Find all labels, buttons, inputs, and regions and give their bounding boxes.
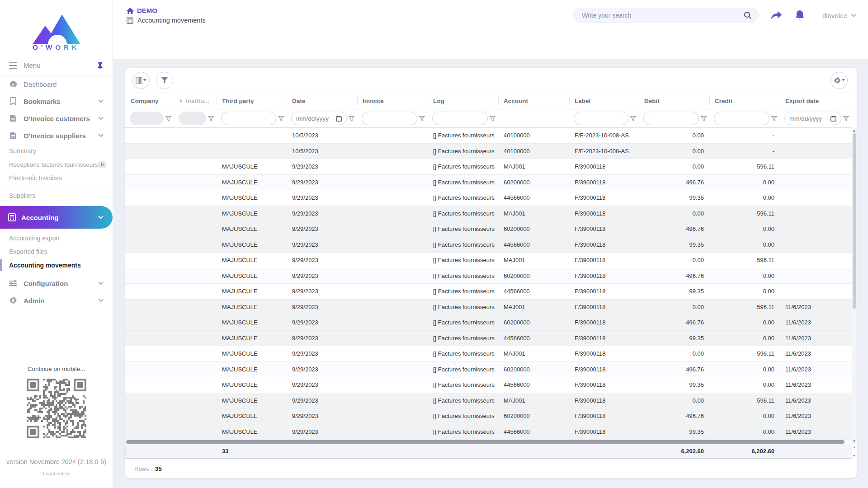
column-header-label[interactable]: Label	[569, 93, 639, 109]
filter-funnel-icon[interactable]	[349, 116, 354, 122]
filter-funnel-icon[interactable]	[630, 116, 636, 122]
column-header-institution[interactable]: Institu...	[174, 93, 217, 109]
filter-funnel-icon[interactable]	[771, 116, 777, 122]
sidebar-item-suppliers[interactable]: Suppliers	[0, 189, 113, 202]
notifications-bell-icon[interactable]	[794, 9, 805, 21]
table-row[interactable]: MAJUSCULE9/29/2023[] Factures fournisseu…	[125, 393, 852, 409]
column-header-third_party[interactable]: Third party	[217, 93, 287, 109]
filter-input-label[interactable]	[579, 115, 623, 122]
pin-icon[interactable]	[97, 62, 104, 69]
cell-label: F/39000118	[569, 221, 639, 237]
filter-funnel-icon[interactable]	[701, 116, 707, 122]
filter-funnel-icon[interactable]	[208, 116, 214, 122]
scroll-down-arrow[interactable]: ▼	[852, 439, 857, 444]
column-header-account[interactable]: Account	[498, 93, 569, 109]
filter-funnel-icon[interactable]	[843, 116, 849, 122]
filter-funnel-icon[interactable]	[165, 116, 171, 122]
sidebar-item-accounting[interactable]: Accounting	[0, 206, 113, 229]
cell-debit: 99.35	[639, 331, 709, 346]
column-header-date[interactable]: Date	[287, 93, 357, 109]
sidebar-item-accounting-movements[interactable]: Accounting movements	[0, 258, 113, 272]
table-row[interactable]: MAJUSCULE9/29/2023[] Factures fournisseu…	[125, 221, 852, 237]
table-row[interactable]: MAJUSCULE9/29/2023[] Factures fournisseu…	[125, 300, 852, 315]
sidebar-item-bookmarks[interactable]: Bookmarks	[0, 93, 113, 110]
column-header-log[interactable]: Log	[428, 93, 498, 109]
table-row[interactable]: MAJUSCULE9/29/2023[] Factures fournisseu…	[125, 237, 852, 253]
sidebar-item-electronic-invoices[interactable]: Electronic Invoices	[0, 171, 113, 185]
scroll-up-arrow[interactable]: ▲	[852, 128, 857, 133]
topbar: DEMO Accounting movements	[113, 0, 868, 59]
column-header-invoice[interactable]: Invoice	[357, 93, 428, 109]
table-filter-row: mm/dd/yyyymm/dd/yyyy	[125, 109, 852, 128]
table-row[interactable]: 10/5/2023[] Factures fournisseurs4010000…	[125, 144, 852, 160]
filter-date-export_date[interactable]: mm/dd/yyyy	[784, 112, 841, 125]
filter-input-third_party[interactable]	[226, 115, 271, 122]
share-icon[interactable]	[770, 10, 783, 21]
cell-label: F/39000118	[569, 268, 639, 284]
sidebar-item-summary[interactable]: Summary	[0, 144, 113, 158]
table-row[interactable]: MAJUSCULE9/29/2023[] Factures fournisseu…	[125, 253, 852, 268]
table-row[interactable]: MAJUSCULE9/29/2023[] Factures fournisseu…	[125, 315, 852, 331]
filter-input-invoice[interactable]	[367, 115, 412, 122]
table-row[interactable]: MAJUSCULE9/29/2023[] Factures fournisseu…	[125, 346, 852, 362]
table-row[interactable]: MAJUSCULE9/29/2023[] Factures fournisseu…	[125, 331, 852, 347]
table-row[interactable]: MAJUSCULE9/29/2023[] Factures fournisseu…	[125, 206, 852, 222]
totals-scroll-arrows[interactable]: ▲▼	[852, 444, 857, 459]
table-row[interactable]: MAJUSCULE9/29/2023[] Factures fournisseu…	[125, 377, 852, 393]
expand-column-icon[interactable]	[179, 99, 183, 103]
horizontal-scrollbar[interactable]	[125, 440, 852, 444]
sidebar-item-accounting-export[interactable]: Accounting export	[0, 231, 113, 245]
legal-notice-link[interactable]: Legal notice	[43, 471, 70, 476]
cell-third_party: MAJUSCULE	[217, 346, 287, 361]
filter-input-log[interactable]	[437, 115, 483, 122]
cell-debit: 0.00	[639, 393, 709, 408]
column-header-debit[interactable]: Debit	[639, 93, 709, 109]
columns-button[interactable]	[132, 72, 150, 89]
sidebar-item-oinvoice-customers[interactable]: O'Invoice customers	[0, 110, 113, 127]
table-row[interactable]: MAJUSCULE9/29/2023[] Factures fournisseu…	[125, 362, 852, 378]
scrollbar-thumb[interactable]	[853, 133, 856, 309]
search-icon[interactable]	[744, 11, 752, 19]
table-row[interactable]: MAJUSCULE9/29/2023[] Factures fournisseu…	[125, 190, 852, 206]
filter-date-date[interactable]: mm/dd/yyyy	[291, 112, 347, 125]
hamburger-icon[interactable]	[9, 62, 17, 69]
calendar-icon[interactable]	[336, 116, 342, 122]
sidebar-item-configuration[interactable]: Configuration	[0, 275, 113, 292]
home-icon[interactable]	[127, 8, 134, 14]
user-menu[interactable]: dinvoice	[822, 12, 856, 19]
column-header-credit[interactable]: Credit	[709, 93, 780, 109]
filter-input-debit[interactable]	[648, 115, 694, 122]
cell-account: 44566000	[498, 190, 569, 206]
table-row[interactable]: MAJUSCULE9/29/2023[] Factures fournisseu…	[125, 284, 852, 300]
search-input[interactable]	[582, 12, 744, 19]
sidebar-item-dashboard[interactable]: Dashboard	[0, 75, 113, 93]
cell-institution	[174, 175, 217, 190]
cell-log: [] Factures fournisseurs	[428, 393, 498, 408]
column-header-export_date[interactable]: Export date	[780, 93, 852, 109]
calendar-icon[interactable]	[830, 116, 836, 122]
table-row[interactable]: MAJUSCULE9/29/2023[] Factures fournisseu…	[125, 268, 852, 284]
sidebar-item-exported-files[interactable]: Exported files	[0, 245, 113, 258]
app-root: O'WORK Menu Dashboard Bookmarks	[0, 0, 868, 488]
cell-company	[125, 253, 174, 268]
vertical-scrollbar[interactable]: ▲ ▼	[852, 128, 857, 444]
table-row[interactable]: MAJUSCULE9/29/2023[] Factures fournisseu…	[125, 175, 852, 191]
sliders-icon	[8, 280, 18, 287]
filter-input-credit[interactable]	[719, 115, 764, 122]
filter-funnel-icon[interactable]	[278, 116, 284, 122]
column-header-company[interactable]: Company	[125, 93, 174, 109]
table-row[interactable]: MAJUSCULE9/29/2023[] Factures fournisseu…	[125, 408, 852, 424]
table-row[interactable]: 10/5/2023[] Factures fournisseurs4010000…	[125, 128, 852, 144]
sidebar-item-oinvoice-suppliers[interactable]: O'Invoice suppliers	[0, 127, 113, 144]
cell-company	[125, 268, 174, 284]
table-settings-button[interactable]	[830, 72, 848, 89]
scrollbar-thumb[interactable]	[126, 440, 844, 444]
filter-button[interactable]	[156, 72, 173, 89]
sidebar-item-receptions[interactable]: Réceptions factures fournisseurs 0	[0, 158, 113, 171]
table-row[interactable]: MAJUSCULE9/29/2023[] Factures fournisseu…	[125, 424, 852, 440]
filter-funnel-icon[interactable]	[419, 116, 425, 122]
table-row[interactable]: MAJUSCULE9/29/2023[] Factures fournisseu…	[125, 159, 852, 175]
sidebar-item-admin[interactable]: Admin	[0, 292, 113, 309]
filter-funnel-icon[interactable]	[490, 116, 495, 122]
cell-debit: 0.00	[639, 128, 709, 143]
